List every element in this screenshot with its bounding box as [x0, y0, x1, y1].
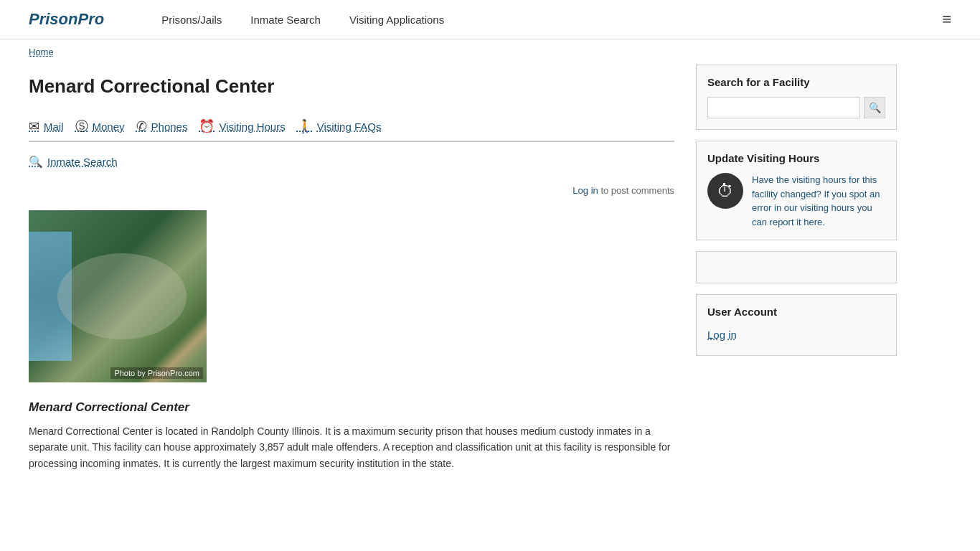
- search-tab-icon: 🔍: [29, 155, 43, 169]
- clock-tab-icon: ⏰: [199, 118, 215, 134]
- tab-inmate-search-label: Inmate Search: [47, 156, 118, 168]
- facility-subtitle: Menard Correctional Center: [29, 400, 674, 415]
- login-link-comments[interactable]: Log in: [573, 185, 598, 196]
- facility-search-input[interactable]: [707, 97, 860, 118]
- update-vh-content: ⏱ Have the visiting hours for this facil…: [707, 173, 885, 229]
- nav-item-visiting-applications[interactable]: Visiting Applications: [349, 14, 444, 26]
- logo[interactable]: PrisonPro: [29, 10, 104, 29]
- search-facility-box: Search for a Facility 🔍: [696, 65, 897, 130]
- tab-money[interactable]: Ⓢ Money: [75, 112, 136, 142]
- tab-visiting-faqs[interactable]: 🚶 Visiting FAQs: [297, 112, 393, 142]
- phone-icon: ✆: [136, 118, 147, 134]
- search-button-icon: 🔍: [869, 102, 881, 113]
- search-facility-title: Search for a Facility: [707, 76, 885, 88]
- breadcrumb-home[interactable]: Home: [29, 47, 54, 57]
- main-nav: Prisons/Jails Inmate Search Visiting App…: [161, 14, 942, 26]
- tab-inmate-search[interactable]: 🔍 Inmate Search: [29, 149, 674, 174]
- main-content: Menard Correctional Center ✉ Mail Ⓢ Mone…: [29, 65, 674, 471]
- sidebar: Search for a Facility 🔍 Update Visiting …: [696, 65, 897, 471]
- user-account-title: User Account: [707, 306, 885, 318]
- visiting-faqs-icon: 🚶: [297, 118, 313, 134]
- tab-visiting-hours-label: Visiting Hours: [219, 121, 285, 133]
- hamburger-menu[interactable]: ≡: [942, 10, 951, 29]
- update-vh-clock-icon: ⏱: [707, 173, 743, 209]
- tab-phones[interactable]: ✆ Phones: [136, 112, 199, 142]
- login-prompt-suffix: to post comments: [600, 185, 674, 196]
- tab-mail[interactable]: ✉ Mail: [29, 112, 75, 142]
- facility-description: Menard Correctional Center is located in…: [29, 423, 674, 471]
- update-visiting-hours-box: Update Visiting Hours ⏱ Have the visitin…: [696, 141, 897, 240]
- photo-caption: Photo by PrisonPro.com: [110, 367, 203, 379]
- update-vh-title: Update Visiting Hours: [707, 152, 885, 164]
- nav-item-prisons[interactable]: Prisons/Jails: [161, 14, 222, 26]
- mail-icon: ✉: [29, 118, 39, 134]
- tab-visiting-hours[interactable]: ⏰ Visiting Hours: [199, 112, 296, 142]
- tab-navigation: ✉ Mail Ⓢ Money ✆ Phones ⏰ Visiting Hours…: [29, 112, 674, 142]
- facility-aerial-photo: Photo by PrisonPro.com: [29, 210, 207, 382]
- user-account-login-link[interactable]: Log in: [707, 329, 885, 341]
- facility-search-button[interactable]: 🔍: [864, 97, 885, 118]
- page-title: Menard Correctional Center: [29, 75, 674, 98]
- update-vh-link[interactable]: Have the visiting hours for this facilit…: [752, 173, 885, 229]
- nav-item-inmate-search[interactable]: Inmate Search: [250, 14, 321, 26]
- login-prompt-line: Log in to post comments: [29, 185, 674, 196]
- money-icon: Ⓢ: [75, 118, 88, 135]
- user-account-box: User Account Log in: [696, 294, 897, 356]
- empty-sidebar-box: [696, 251, 897, 283]
- tab-phones-label: Phones: [151, 121, 188, 133]
- tab-money-label: Money: [93, 121, 125, 133]
- clock-icon: ⏱: [717, 181, 734, 201]
- header: PrisonPro Prisons/Jails Inmate Search Vi…: [0, 0, 980, 39]
- breadcrumb: Home: [0, 39, 980, 65]
- tab-mail-label: Mail: [44, 121, 64, 133]
- main-layout: Menard Correctional Center ✉ Mail Ⓢ Mone…: [0, 65, 980, 471]
- search-input-wrapper: 🔍: [707, 97, 885, 118]
- tab-visiting-faqs-label: Visiting FAQs: [317, 121, 382, 133]
